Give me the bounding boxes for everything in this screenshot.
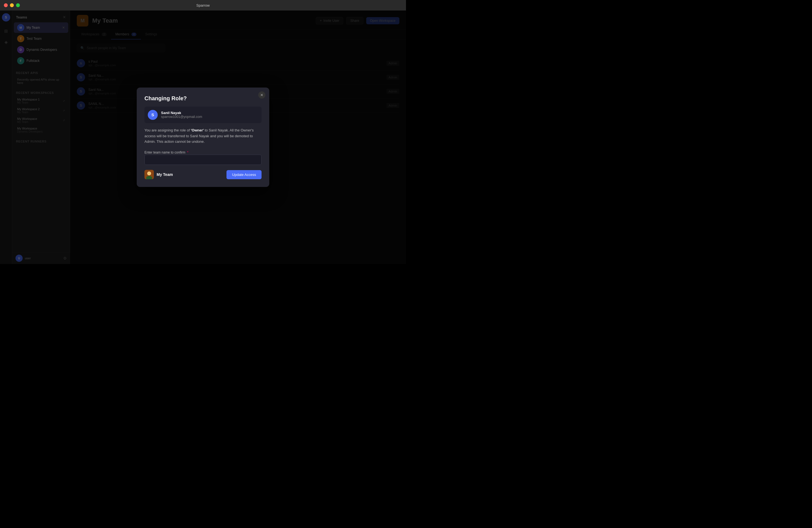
modal-close-button[interactable]: ✕ bbox=[258, 91, 265, 99]
required-asterisk: * bbox=[187, 150, 188, 155]
modal-input-label: Enter team name to confirm * bbox=[144, 150, 188, 155]
window-controls bbox=[4, 3, 20, 7]
modal-description: You are assigning the role of 'Owner' to… bbox=[144, 128, 262, 145]
minimize-button[interactable] bbox=[10, 3, 14, 7]
svg-point-3 bbox=[148, 172, 150, 175]
modal-title: Changing Role? bbox=[144, 95, 262, 102]
modal-user-name: Sanil Nayak bbox=[161, 111, 202, 115]
modal-role-highlight: 'Owner' bbox=[191, 128, 204, 132]
changing-role-modal: ✕ Changing Role? S Sanil Nayak sparrow10… bbox=[137, 88, 269, 187]
maximize-button[interactable] bbox=[16, 3, 20, 7]
modal-user-email: sparrow1001@yopmail.com bbox=[161, 115, 202, 119]
update-access-button[interactable]: Update Access bbox=[227, 170, 262, 179]
modal-team-avatar bbox=[144, 170, 154, 179]
modal-overlay[interactable]: ✕ Changing Role? S Sanil Nayak sparrow10… bbox=[0, 11, 406, 264]
app-title: Sparrow bbox=[197, 3, 209, 8]
modal-team-name-label: My Team bbox=[157, 172, 173, 177]
modal-user-avatar: S bbox=[148, 110, 158, 120]
modal-footer: My Team Update Access bbox=[144, 170, 262, 179]
team-name-confirm-input[interactable] bbox=[144, 155, 262, 165]
close-button[interactable] bbox=[4, 3, 8, 7]
modal-team-display: My Team bbox=[144, 170, 173, 179]
modal-user-card: S Sanil Nayak sparrow1001@yopmail.com bbox=[144, 107, 262, 123]
titlebar: Sparrow bbox=[0, 0, 406, 11]
